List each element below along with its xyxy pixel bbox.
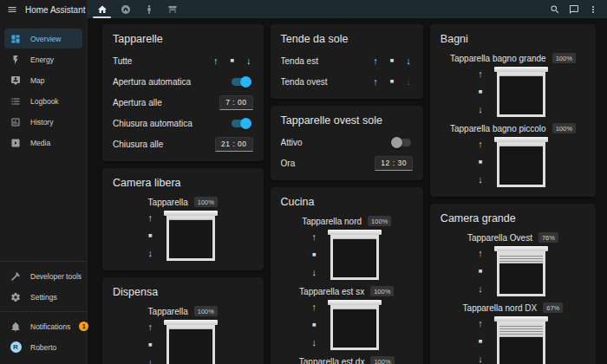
time-input[interactable]: 21 : 00 bbox=[215, 137, 253, 152]
cover-buttons: ↑■↓ bbox=[478, 319, 483, 364]
stop-cover-button[interactable]: ■ bbox=[148, 232, 153, 239]
close-cover-button[interactable]: ↓ bbox=[311, 268, 317, 277]
open-cover-button[interactable]: ↑ bbox=[311, 232, 317, 242]
sidebar-item-user[interactable]: RRoberto bbox=[4, 337, 82, 357]
entity-name[interactable]: Apertura automatica bbox=[113, 77, 232, 87]
time-input[interactable]: 12 : 30 bbox=[375, 156, 413, 171]
open-cover-button[interactable]: ↑ bbox=[213, 56, 219, 66]
sidebar-item-label: Developer tools bbox=[30, 272, 82, 281]
open-cover-button[interactable]: ↑ bbox=[478, 69, 483, 79]
stop-cover-button[interactable]: ■ bbox=[479, 159, 483, 166]
shutter-graphic[interactable] bbox=[328, 230, 382, 280]
open-cover-button[interactable]: ↑ bbox=[373, 77, 378, 87]
overflow-menu-button[interactable] bbox=[584, 0, 603, 18]
stop-cover-button[interactable]: ■ bbox=[231, 57, 235, 64]
cover-tapparella: Tapparella100%↑■↓ bbox=[113, 197, 253, 261]
cover-label: Tapparella nord DX67% bbox=[441, 302, 585, 313]
card-title: Cucina bbox=[281, 196, 413, 208]
cover-tapparella-bagno-grande: Tapparella bagno grande100%↑■↓ bbox=[441, 53, 585, 117]
menu-icon[interactable] bbox=[7, 4, 17, 15]
toggle-switch[interactable] bbox=[232, 78, 251, 86]
shutter-slats bbox=[499, 324, 543, 337]
tab-shutters[interactable] bbox=[160, 0, 184, 18]
cover-name[interactable]: Tapparella est sx bbox=[299, 287, 364, 296]
sidebar-item-overview[interactable]: Overview bbox=[4, 29, 82, 49]
view-column-2: Tende da soleTenda est↑■↓Tenda ovest↑■↓T… bbox=[271, 24, 423, 364]
entity-name[interactable]: Chiusura alle bbox=[113, 140, 215, 149]
cover-name[interactable]: Tapparella bbox=[148, 198, 188, 207]
stop-cover-button[interactable]: ■ bbox=[148, 341, 153, 348]
stop-cover-button[interactable]: ■ bbox=[390, 78, 395, 85]
media-icon bbox=[10, 138, 22, 148]
shutter-graphic[interactable] bbox=[494, 316, 548, 364]
stop-cover-button[interactable]: ■ bbox=[479, 338, 483, 345]
entity-name[interactable]: Attivo bbox=[281, 138, 391, 147]
tab-person[interactable] bbox=[137, 0, 160, 18]
close-cover-button[interactable]: ↓ bbox=[478, 284, 483, 294]
open-cover-button[interactable]: ↑ bbox=[478, 319, 483, 328]
cover-name[interactable]: Tapparella nord DX bbox=[463, 303, 538, 313]
open-cover-button[interactable]: ↑ bbox=[311, 302, 317, 312]
stop-cover-button[interactable]: ■ bbox=[312, 251, 317, 258]
entity-name[interactable]: Ora bbox=[281, 159, 375, 168]
stop-cover-button[interactable]: ■ bbox=[390, 57, 395, 64]
sidebar-item-energy[interactable]: Energy bbox=[4, 49, 82, 69]
cover-name[interactable]: Tapparella est dx bbox=[299, 357, 365, 364]
app-header bbox=[87, 0, 607, 18]
sidebar-item-logbook[interactable]: Logbook bbox=[4, 91, 82, 111]
cover-label: Tapparella Ovest76% bbox=[441, 232, 585, 243]
shutter-graphic[interactable] bbox=[164, 320, 218, 364]
open-cover-button[interactable]: ↑ bbox=[478, 140, 483, 149]
stop-cover-button[interactable]: ■ bbox=[479, 268, 483, 275]
shutter-graphic[interactable] bbox=[328, 300, 382, 350]
close-cover-button[interactable]: ↓ bbox=[478, 354, 483, 364]
entity-name[interactable]: Tenda ovest bbox=[281, 77, 374, 87]
close-cover-button[interactable]: ↓ bbox=[406, 77, 411, 87]
close-cover-button[interactable]: ↓ bbox=[246, 56, 251, 66]
sidebar-item-notifications[interactable]: Notifications1 bbox=[4, 316, 82, 336]
shutter-graphic[interactable] bbox=[494, 67, 548, 117]
shutter-slats bbox=[169, 218, 212, 220]
cover-name[interactable]: Tapparella bbox=[148, 307, 188, 316]
assist-button[interactable] bbox=[565, 0, 584, 18]
toggle-switch[interactable] bbox=[391, 139, 411, 146]
sidebar-item-settings[interactable]: Settings bbox=[4, 287, 82, 307]
tab-home[interactable] bbox=[90, 0, 114, 18]
open-cover-button[interactable]: ↑ bbox=[373, 56, 378, 66]
card-title: Camera libera bbox=[113, 177, 253, 189]
sidebar-item-developer-tools[interactable]: Developer tools bbox=[4, 266, 82, 286]
cover-name[interactable]: Tapparella Ovest bbox=[467, 233, 532, 243]
close-cover-button[interactable]: ↓ bbox=[478, 175, 483, 185]
sidebar-item-history[interactable]: History bbox=[4, 112, 82, 132]
entity-name[interactable]: Tutte bbox=[113, 56, 213, 66]
toggle-switch[interactable] bbox=[232, 120, 251, 127]
close-cover-button[interactable]: ↓ bbox=[148, 358, 153, 364]
sidebar-item-media[interactable]: Media bbox=[4, 133, 82, 153]
shutter-graphic[interactable] bbox=[494, 137, 548, 187]
close-cover-button[interactable]: ↓ bbox=[311, 338, 317, 348]
stop-cover-button[interactable]: ■ bbox=[479, 88, 483, 95]
search-button[interactable] bbox=[545, 0, 565, 18]
shutter-graphic[interactable] bbox=[164, 211, 218, 261]
entity-name[interactable]: Apertura alle bbox=[113, 98, 219, 107]
shutter-graphic[interactable] bbox=[494, 246, 548, 296]
close-cover-button[interactable]: ↓ bbox=[148, 249, 153, 258]
cog-icon bbox=[10, 292, 22, 302]
cover-name[interactable]: Tapparella nord bbox=[302, 217, 362, 226]
sidebar-item-map[interactable]: Map bbox=[4, 70, 82, 90]
stop-cover-button[interactable]: ■ bbox=[312, 322, 317, 328]
shutter-frame bbox=[166, 325, 215, 364]
entity-row-tenda-est: Tenda est↑■↓ bbox=[281, 53, 413, 68]
open-cover-button[interactable]: ↑ bbox=[148, 213, 153, 223]
time-input[interactable]: 7 : 00 bbox=[219, 95, 252, 110]
cover-name[interactable]: Tapparella bagno piccolo bbox=[450, 124, 546, 133]
close-cover-button[interactable]: ↓ bbox=[406, 56, 411, 66]
cover-position-badge: 100% bbox=[194, 197, 218, 207]
open-cover-button[interactable]: ↑ bbox=[478, 249, 483, 258]
tab-home-circle[interactable] bbox=[114, 0, 137, 18]
cover-name[interactable]: Tapparella bagno grande bbox=[450, 54, 546, 63]
close-cover-button[interactable]: ↓ bbox=[478, 105, 483, 114]
entity-name[interactable]: Chiusura automatica bbox=[113, 119, 232, 128]
entity-name[interactable]: Tenda est bbox=[281, 56, 374, 66]
open-cover-button[interactable]: ↑ bbox=[148, 322, 153, 332]
